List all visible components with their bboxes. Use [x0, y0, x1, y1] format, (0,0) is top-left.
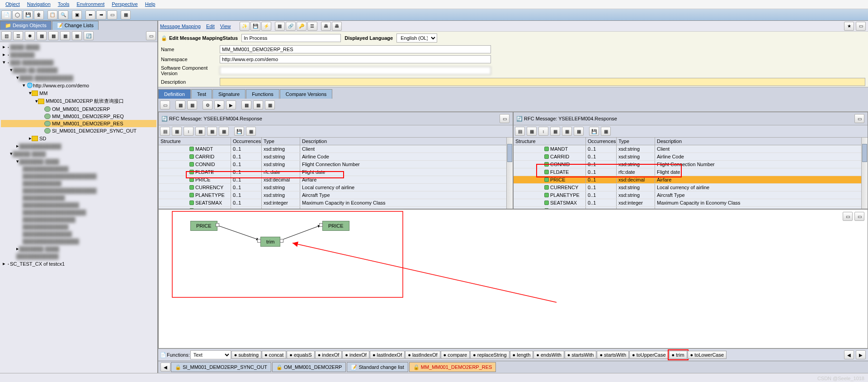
fn-left-icon[interactable]: ◀: [844, 350, 854, 359]
scv-field[interactable]: [220, 67, 491, 75]
fn-lastIndexOf[interactable]: ● lastIndexOf: [370, 351, 405, 359]
layout-icon[interactable]: ▦: [121, 10, 131, 19]
circle-icon[interactable]: ◯: [12, 10, 22, 19]
menu-perspective[interactable]: Perspective: [108, 0, 141, 9]
tgt-scrollbar[interactable]: [861, 138, 868, 209]
doc3-icon[interactable]: 🖶: [321, 22, 331, 31]
nav-btn-6[interactable]: ▦: [60, 31, 70, 40]
copy-icon[interactable]: 📋: [47, 10, 57, 19]
fn-replaceString[interactable]: ● replaceString: [470, 351, 509, 359]
def-btn-1[interactable]: ▭: [160, 100, 170, 110]
def-btn-3[interactable]: ▦: [187, 100, 197, 110]
grid-row-mandt[interactable]: MANDT0..1xsd:stringClient: [514, 145, 861, 153]
tab-compare[interactable]: Compare Versions: [280, 89, 333, 99]
nav-btn-2[interactable]: ☰: [13, 31, 23, 40]
fn-indexOf[interactable]: ● indexOf: [315, 351, 342, 359]
map-source-node[interactable]: PRICE: [190, 221, 217, 231]
tgt-tb6[interactable]: ▦: [574, 127, 584, 136]
nav-btn-4[interactable]: ▦: [37, 31, 47, 40]
nav-btn-7[interactable]: ▦: [72, 31, 82, 40]
chain-icon[interactable]: 🔗: [286, 22, 296, 31]
src-scrollbar[interactable]: [506, 138, 513, 209]
src-win-icon[interactable]: ▭: [500, 114, 509, 123]
def-btn-6[interactable]: ▶: [226, 100, 236, 110]
name-field[interactable]: [220, 45, 491, 53]
tgt-win-icon[interactable]: ▭: [854, 114, 864, 123]
wand-icon[interactable]: ✨: [240, 22, 250, 31]
fwd-icon[interactable]: ➡: [96, 10, 106, 19]
src-tb6[interactable]: ▦: [219, 127, 229, 136]
new-icon[interactable]: 📄: [1, 10, 11, 19]
grid-row-price[interactable]: PRICE0..1xsd:decimalAirfare: [514, 176, 861, 184]
fn-endsWith[interactable]: ● endsWith: [533, 351, 564, 359]
menu-object[interactable]: Object: [2, 0, 24, 9]
fn-startsWith[interactable]: ● startsWith: [565, 351, 597, 359]
tab-change-lists[interactable]: 📝 Change Lists: [52, 21, 99, 30]
nav-btn-3[interactable]: ✱: [25, 31, 35, 40]
tgt-tb3[interactable]: ↕: [538, 127, 548, 136]
grid-row-connid[interactable]: CONNID0..1xsd:stringFlight Connection Nu…: [514, 161, 861, 168]
fn-concat[interactable]: ● concat: [262, 351, 286, 359]
grid-row-seatsmax[interactable]: SEATSMAX0..1xsd:integerMaximum Capacity …: [159, 199, 506, 207]
bot-tab-changelist[interactable]: 📝Standard change list: [347, 362, 408, 372]
tree-mm-folder[interactable]: ▾ MM: [1, 89, 156, 97]
grid-row-planetype[interactable]: PLANETYPE0..1xsd:stringAircraft Type: [514, 191, 861, 199]
tree-mm001[interactable]: ▾ MM001_DEMO2ERP 航班查询接口: [1, 97, 156, 105]
list-icon[interactable]: ☰: [307, 22, 317, 31]
tab-design-objects[interactable]: 📁 Design Objects: [0, 21, 52, 30]
menu-edit[interactable]: Edit: [206, 24, 215, 29]
window-icon[interactable]: ▭: [107, 10, 117, 19]
grid-row-fldate[interactable]: FLDATE0..1rfc:dateFlight date: [159, 168, 506, 176]
src-tb3[interactable]: ↕: [184, 127, 193, 136]
tab-test[interactable]: Test: [191, 89, 212, 99]
canvas-btn2[interactable]: ▭: [854, 212, 864, 221]
nav-btn-5[interactable]: ▦: [48, 31, 58, 40]
refresh-icon[interactable]: 🔄: [161, 116, 168, 122]
nav-min-icon[interactable]: ▭: [146, 31, 156, 40]
bot-tab-si[interactable]: 🔒SI_MM001_DEMO2ERP_SYNC_OUT: [171, 362, 271, 372]
menu-tools[interactable]: Tools: [54, 0, 73, 9]
activate-icon[interactable]: ⚡: [261, 22, 271, 31]
tree-namespace[interactable]: ▾ 🌐 http://www.erp.com/demo: [1, 81, 156, 89]
tgt-tb5[interactable]: ▦: [562, 127, 572, 136]
nav-btn-8[interactable]: 🔄: [84, 31, 94, 40]
tree-si[interactable]: SI_MM001_DEMO2ERP_SYNC_OUT: [1, 127, 156, 134]
fn-toUpperCase[interactable]: ● toUpperCase: [629, 351, 669, 359]
def-btn-9[interactable]: ▦: [265, 100, 275, 110]
menu-view[interactable]: View: [220, 24, 231, 29]
desc-field[interactable]: [220, 78, 865, 86]
grid-row-seatsocc[interactable]: SEATSOCC0..1xsd:integerOccupied seats in…: [514, 207, 861, 209]
menu-message-mapping[interactable]: Message Mapping: [160, 24, 201, 29]
fn-equalsS[interactable]: ● equalsS: [287, 351, 314, 359]
bot-left-icon[interactable]: ◀: [160, 363, 170, 372]
fn-category-select[interactable]: Text: [190, 350, 231, 359]
def-btn-8[interactable]: ▦: [253, 100, 263, 110]
fn-startsWith[interactable]: ● startsWith: [597, 351, 629, 359]
tree-res[interactable]: MM_MM001_DEMO2ERP_RES: [1, 120, 156, 127]
tree-sctest[interactable]: ▸ ⬪ SC_TEST_CX of testcx1: [1, 260, 156, 267]
tgt-tb1[interactable]: ▤: [515, 127, 525, 136]
tree-om[interactable]: OM_MM001_DEMO2ERP: [1, 105, 156, 113]
grid-row-price[interactable]: PRICE0..1xsd:decimalAirfare: [159, 176, 506, 184]
def-btn-7[interactable]: ▦: [241, 100, 251, 110]
delete-icon[interactable]: 🗑: [34, 10, 44, 19]
def-btn-5[interactable]: ▶: [214, 100, 224, 110]
tab-functions[interactable]: Functions: [246, 89, 279, 99]
mapping-canvas[interactable]: PRICE trim PRICE ▭ ▭: [158, 209, 868, 349]
back-icon[interactable]: ⬅: [85, 10, 95, 19]
tgt-tb4[interactable]: ▦: [550, 127, 560, 136]
bot-tab-om[interactable]: 🔒OM_MM001_DEMO2ERP: [272, 362, 346, 372]
fn-compare[interactable]: ● compare: [441, 351, 470, 359]
src-tb4[interactable]: ▦: [195, 127, 205, 136]
fn-right-icon[interactable]: ▶: [856, 350, 866, 359]
search-icon[interactable]: 🔍: [58, 10, 68, 19]
def-btn-2[interactable]: ▦: [175, 100, 185, 110]
menu-navigation[interactable]: Navigation: [24, 0, 54, 9]
fn-length[interactable]: ● length: [510, 351, 533, 359]
grid-row-currency[interactable]: CURRENCY0..1xsd:stringLocal currency of …: [159, 184, 506, 191]
doc4-icon[interactable]: 🖶: [332, 22, 342, 31]
grid-row-seatsmax[interactable]: SEATSMAX0..1xsd:integerMaximum Capacity …: [514, 199, 861, 207]
source-grid[interactable]: Structure Occurrences Type Description M…: [159, 138, 506, 209]
fn-indexOf[interactable]: ● indexOf: [342, 351, 369, 359]
def-btn-4[interactable]: ⚙: [203, 100, 212, 110]
